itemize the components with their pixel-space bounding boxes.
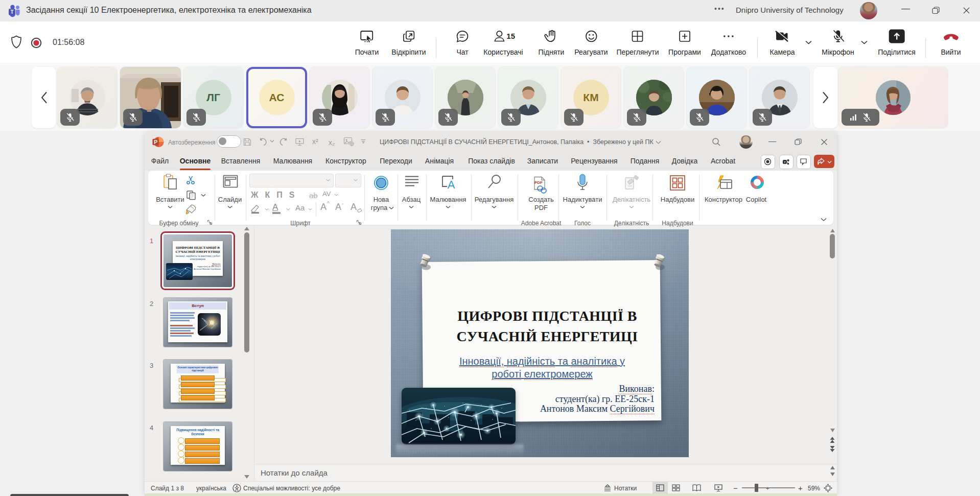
svg-text:P: P	[154, 139, 157, 145]
svg-text:T: T	[784, 161, 786, 164]
svg-text:A: A	[448, 178, 455, 191]
svg-text:15: 15	[506, 32, 515, 40]
svg-text:PDF: PDF	[534, 180, 543, 185]
svg-text:T: T	[10, 9, 13, 15]
